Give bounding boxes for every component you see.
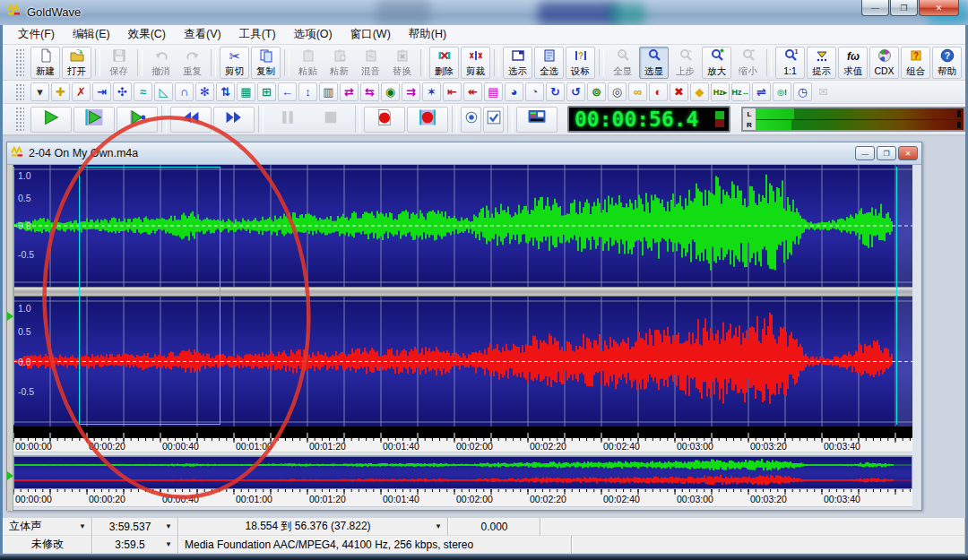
- document-restore-button[interactable]: ❐: [877, 146, 896, 160]
- close-button[interactable]: ✕: [919, 0, 959, 16]
- toolbar-button-cdx[interactable]: CDX: [869, 47, 899, 79]
- effect-button-mechanize[interactable]: ✻: [195, 82, 214, 101]
- status-cell-r1-2[interactable]: 18.554 到 56.376 (37.822)▼: [178, 518, 448, 536]
- effect-button-playback-rate[interactable]: Hz▸: [711, 82, 730, 101]
- menu-item-5[interactable]: 选项(O): [286, 25, 341, 44]
- dropdown-arrow-icon[interactable]: ▼: [79, 522, 86, 530]
- transport-sync-checkbox-button[interactable]: [483, 107, 504, 133]
- toolbar-button-hint[interactable]: 提示: [807, 47, 836, 79]
- play-position-marker[interactable]: [7, 312, 13, 321]
- effect-button-fit-window[interactable]: ⊞: [257, 82, 276, 101]
- document-title-bar[interactable]: 2-04 On My Own.m4a — ❐ ✕: [7, 142, 921, 165]
- effect-button-interpolate[interactable]: ▥: [319, 82, 338, 101]
- effect-button-expression[interactable]: ✗: [72, 82, 91, 101]
- document-close-button[interactable]: ✕: [898, 146, 918, 160]
- effect-button-arrow-left[interactable]: ←: [278, 82, 297, 101]
- toolbar-button-combine[interactable]: ?组合: [901, 47, 930, 79]
- toolbar-grip[interactable]: [15, 107, 24, 131]
- time-ruler-labels[interactable]: 00:00:0000:00:2000:00:4000:01:0000:01:20…: [13, 438, 912, 452]
- menu-item-2[interactable]: 效果(C): [120, 25, 174, 44]
- toolbar-button-copy[interactable]: 复制: [251, 47, 281, 79]
- toolbar-button-delete-x[interactable]: 删除: [429, 47, 459, 79]
- transport-play-from-marker-button[interactable]: [117, 107, 158, 133]
- selection-rectangle[interactable]: [79, 167, 220, 425]
- menu-item-3[interactable]: 查看(V): [176, 25, 229, 44]
- transport-play-selection-button[interactable]: [73, 107, 115, 133]
- status-cell-r2-1[interactable]: 3:59.5▼: [92, 536, 178, 554]
- toolbar-button-page[interactable]: 新建: [30, 47, 60, 79]
- transport-control-properties-button[interactable]: [516, 107, 557, 133]
- transport-record-button[interactable]: [364, 107, 405, 133]
- toolbar-button-folder[interactable]: 打开: [62, 47, 91, 79]
- effect-button-level-knob[interactable]: ⊚: [587, 82, 606, 101]
- effect-button-pan[interactable]: ◐: [649, 82, 668, 101]
- toolbar-grip[interactable]: [15, 83, 24, 101]
- effect-button-fade[interactable]: ◆: [690, 82, 709, 101]
- toolbar-button-cut[interactable]: ✂剪切: [220, 47, 249, 79]
- effect-button-noise-gate[interactable]: ↞: [463, 82, 482, 101]
- transport-rewind-button[interactable]: [170, 107, 212, 133]
- toolbar-button-mag-plus[interactable]: 放大: [702, 47, 731, 79]
- effect-button-knob[interactable]: ◔: [525, 82, 544, 101]
- time-ruler-tick-bar[interactable]: [13, 426, 912, 438]
- toolbar-button-mag-one[interactable]: 11:1: [775, 47, 805, 79]
- effect-button-skip-to-end[interactable]: ⇥: [92, 82, 111, 101]
- effect-button-offset[interactable]: ⇅: [216, 82, 235, 101]
- toolbar-button-select-all[interactable]: 全选: [534, 47, 564, 79]
- transport-play-button[interactable]: [30, 107, 72, 133]
- effect-button-match-volume[interactable]: ∞: [628, 82, 647, 101]
- effect-button-loudness[interactable]: ◎!: [773, 82, 791, 101]
- dropdown-arrow-icon[interactable]: ▼: [165, 522, 172, 530]
- menu-item-0[interactable]: 文件(F): [10, 25, 63, 44]
- toolbar-button-evaluate[interactable]: fω求值: [838, 47, 868, 79]
- effect-button-doppler[interactable]: ≈: [134, 82, 152, 101]
- effect-button-spectrum-band[interactable]: ▤: [484, 82, 503, 101]
- effect-button-stereo-view[interactable]: ◉: [381, 82, 400, 101]
- dropdown-arrow-icon[interactable]: ▼: [435, 522, 442, 530]
- toolbar-button-mag-blue[interactable]: 选显: [639, 47, 669, 79]
- minimize-button[interactable]: —: [861, 0, 889, 16]
- toolbar-button-trim[interactable]: 剪裁: [461, 47, 490, 79]
- toolbar-grip[interactable]: [15, 48, 24, 76]
- mail-icon: ✉: [818, 87, 828, 98]
- menu-item-1[interactable]: 编辑(E): [65, 25, 118, 44]
- effect-button-smite[interactable]: ✶: [422, 82, 441, 101]
- title-bar[interactable]: GoldWave — ❐ ✕: [0, 0, 968, 25]
- effect-button-playlist[interactable]: ⇉: [402, 82, 420, 101]
- effect-button-convert[interactable]: ⇌: [752, 82, 771, 101]
- effect-button-swap-lr[interactable]: ⇆: [360, 82, 379, 101]
- effect-button-arrows-vertical[interactable]: ↕: [298, 82, 317, 101]
- overview-time-ruler[interactable]: 00:00:0000:00:2000:00:4000:01:0000:01:20…: [13, 489, 912, 507]
- overview-play-position-marker[interactable]: [7, 471, 13, 480]
- effect-button-pitch-ramp[interactable]: ◺: [154, 82, 173, 101]
- effect-button-effect-chain[interactable]: ✚: [51, 82, 70, 101]
- overview-strip[interactable]: [13, 456, 912, 489]
- effect-button-remove-start[interactable]: ⇤: [443, 82, 462, 101]
- maximize-button[interactable]: ❐: [890, 0, 918, 16]
- menu-item-7[interactable]: 帮助(H): [401, 25, 454, 44]
- transport-fast-forward-button[interactable]: [213, 107, 255, 133]
- effect-button-resample[interactable]: Hz↔: [731, 82, 750, 101]
- effect-button-flip[interactable]: ∩: [175, 82, 194, 101]
- transport-monitor-toggle-button[interactable]: [461, 107, 481, 133]
- effect-button-preset-dropdown[interactable]: ▾: [30, 82, 49, 101]
- effect-button-seek-knob[interactable]: ◕: [505, 82, 523, 101]
- status-cell-r1-1[interactable]: 3:59.537▼: [92, 518, 178, 536]
- toolbar-button-help[interactable]: ?帮助: [932, 47, 962, 79]
- effect-button-rotate-right[interactable]: ↻: [546, 82, 565, 101]
- effect-button-mute[interactable]: ✖: [670, 82, 688, 101]
- effect-button-rotate-left[interactable]: ↺: [566, 82, 585, 101]
- transport-record-selection-button[interactable]: [407, 107, 448, 133]
- effect-button-maximize-volume[interactable]: ◎: [608, 82, 627, 101]
- menu-item-6[interactable]: 窗口(W): [342, 25, 399, 44]
- status-cell-r1-0[interactable]: 立体声▼: [3, 518, 92, 536]
- effect-button-swap-channels[interactable]: ⇄: [340, 82, 359, 101]
- effect-button-timer[interactable]: ◷: [793, 82, 812, 101]
- toolbar-button-set-marker[interactable]: ?设标: [566, 47, 595, 79]
- effect-button-expander[interactable]: ✣: [113, 82, 132, 101]
- effect-button-equalizer-table[interactable]: ▦: [237, 82, 255, 101]
- dropdown-arrow-icon[interactable]: ▼: [165, 540, 172, 548]
- menu-item-4[interactable]: 工具(T): [231, 25, 284, 44]
- document-minimize-button[interactable]: —: [855, 146, 875, 160]
- toolbar-button-sel-view[interactable]: 选示: [503, 47, 532, 79]
